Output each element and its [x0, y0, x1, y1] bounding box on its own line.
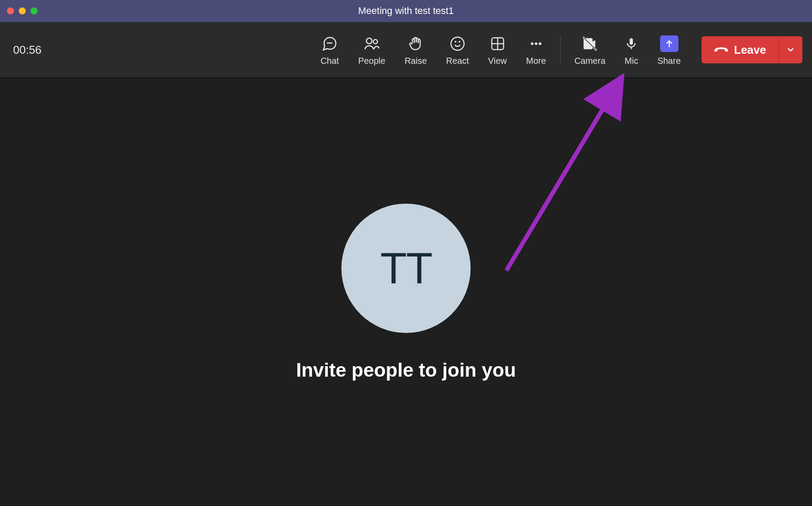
window-title: Meeting with test test1 — [0, 5, 812, 17]
chat-button[interactable]: Chat — [311, 22, 348, 77]
mic-icon — [625, 34, 638, 53]
svg-point-3 — [451, 37, 464, 50]
svg-rect-14 — [630, 38, 633, 45]
view-icon — [490, 34, 506, 53]
camera-button[interactable]: Camera — [565, 22, 615, 77]
hangup-icon — [714, 45, 729, 55]
chat-icon — [321, 34, 338, 53]
chat-label: Chat — [320, 56, 339, 66]
share-icon — [660, 35, 678, 52]
invite-prompt: Invite people to join you — [296, 359, 516, 381]
raise-hand-label: Raise — [405, 56, 427, 66]
react-icon — [450, 34, 465, 53]
share-button[interactable]: Share — [648, 22, 690, 77]
share-label: Share — [657, 56, 681, 66]
meeting-toolbar: 00:56 Chat People Raise Reac — [0, 22, 812, 78]
mic-button[interactable]: Mic — [615, 22, 648, 77]
react-label: React — [446, 56, 469, 66]
view-label: View — [488, 56, 507, 66]
people-label: People — [358, 56, 385, 66]
svg-point-11 — [539, 42, 541, 45]
svg-point-10 — [535, 42, 537, 45]
svg-point-2 — [373, 39, 378, 44]
more-icon — [528, 34, 544, 53]
toolbar-group-primary: Chat People Raise React — [311, 22, 690, 77]
view-button[interactable]: View — [478, 22, 516, 77]
svg-line-17 — [506, 80, 620, 270]
meeting-stage: TT Invite people to join you — [0, 78, 812, 506]
meeting-timer: 00:56 — [13, 43, 41, 57]
people-button[interactable]: People — [348, 22, 395, 77]
raise-hand-button[interactable]: Raise — [395, 22, 437, 77]
svg-point-5 — [459, 41, 460, 42]
toolbar-separator — [560, 37, 561, 63]
svg-point-1 — [366, 38, 372, 44]
avatar-initials: TT — [380, 243, 432, 293]
minimize-window-button[interactable] — [19, 7, 26, 14]
window-titlebar: Meeting with test test1 — [0, 0, 812, 22]
participant-avatar: TT — [341, 204, 471, 333]
chevron-down-icon — [786, 45, 795, 54]
close-window-button[interactable] — [7, 7, 14, 14]
people-icon — [363, 34, 381, 53]
leave-button-group: Leave — [702, 36, 802, 63]
maximize-window-button[interactable] — [31, 7, 38, 14]
leave-dropdown-button[interactable] — [779, 36, 802, 63]
more-button[interactable]: More — [516, 22, 556, 77]
svg-point-4 — [455, 41, 456, 42]
camera-label: Camera — [575, 56, 606, 66]
camera-off-icon — [580, 34, 599, 53]
more-label: More — [526, 56, 546, 66]
svg-point-9 — [531, 42, 533, 45]
leave-label: Leave — [734, 43, 766, 57]
leave-button[interactable]: Leave — [702, 36, 779, 63]
traffic-lights — [7, 7, 38, 14]
mic-label: Mic — [625, 56, 638, 66]
react-button[interactable]: React — [437, 22, 478, 77]
raise-hand-icon — [408, 34, 423, 53]
